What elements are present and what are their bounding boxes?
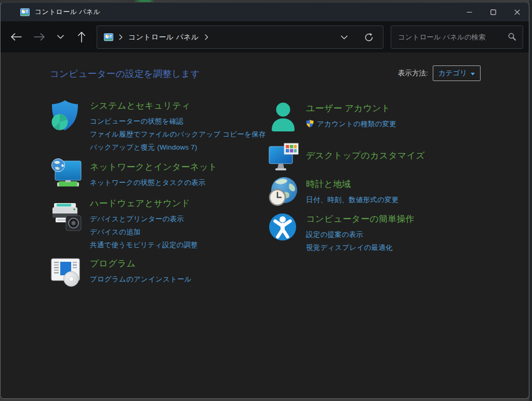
uac-shield-icon xyxy=(306,119,314,128)
category-appearance: デスクトップのカスタマイズ xyxy=(268,143,425,174)
shield-icon[interactable] xyxy=(50,99,90,154)
view-by-value: カテゴリ xyxy=(438,69,467,78)
task-link[interactable]: コンピューターの状態を確認 xyxy=(90,115,266,128)
refresh-icon xyxy=(364,33,374,42)
task-link[interactable]: デバイスの追加 xyxy=(90,225,198,238)
forward-button[interactable] xyxy=(30,28,49,46)
task-link[interactable]: バックアップと復元 (Windows 7) xyxy=(90,141,266,154)
view-by-dropdown[interactable]: カテゴリ xyxy=(433,65,481,81)
view-by-label: 表示方法: xyxy=(398,69,428,78)
close-button[interactable] xyxy=(505,3,529,21)
monitor-tiles-icon[interactable] xyxy=(268,143,306,174)
caret-down-icon xyxy=(471,73,475,75)
category-network-internet: ネットワークとインターネット ネットワークの状態とタスクの表示 xyxy=(50,158,218,191)
category-title[interactable]: 時計と地域 xyxy=(306,179,351,190)
address-bar[interactable]: コントロール パネル xyxy=(97,25,383,49)
minimize-icon xyxy=(467,9,472,15)
up-button[interactable] xyxy=(72,28,91,46)
control-panel-window: コントロール パネル xyxy=(0,2,529,399)
category-title[interactable]: プログラム xyxy=(90,258,136,270)
category-title[interactable]: デスクトップのカスタマイズ xyxy=(306,150,425,162)
network-icon[interactable] xyxy=(50,158,90,191)
minimize-button[interactable] xyxy=(457,3,481,21)
recent-pages-button[interactable] xyxy=(51,28,70,46)
category-clock-region: 時計と地域 日付、時刻、数値形式の変更 xyxy=(268,176,398,209)
category-title[interactable]: ハードウェアとサウンド xyxy=(90,198,190,209)
user-icon[interactable] xyxy=(268,102,306,135)
refresh-button[interactable] xyxy=(360,26,378,48)
chevron-down-icon xyxy=(57,35,64,39)
breadcrumb-location[interactable]: コントロール パネル xyxy=(128,33,199,42)
address-dropdown-button[interactable] xyxy=(335,26,353,48)
task-link-uac[interactable]: アカウントの種類の変更 xyxy=(306,117,396,130)
maximize-icon xyxy=(490,9,496,15)
category-title[interactable]: ユーザー アカウント xyxy=(306,103,391,114)
category-title[interactable]: コンピューターの簡単操作 xyxy=(306,213,415,225)
view-by-control: 表示方法: カテゴリ xyxy=(398,65,481,82)
close-icon xyxy=(514,9,520,15)
category-title[interactable]: システムとセキュリティ xyxy=(90,100,191,112)
globe-clock-icon[interactable] xyxy=(268,176,306,209)
category-user-accounts: ユーザー アカウント アカウントの種類の変更 xyxy=(268,102,396,135)
breadcrumb-chevron-icon xyxy=(119,34,123,40)
search-box[interactable] xyxy=(391,25,523,49)
up-arrow-icon xyxy=(77,31,86,43)
back-arrow-icon xyxy=(10,33,22,41)
search-icon[interactable] xyxy=(508,32,516,41)
task-link[interactable]: 設定の提案の表示 xyxy=(306,228,415,241)
breadcrumb-chevron-icon[interactable] xyxy=(205,34,208,40)
control-panel-icon xyxy=(104,33,113,41)
category-ease-of-access: コンピューターの簡単操作 設定の提案の表示 視覚ディスプレイの最適化 xyxy=(268,212,415,254)
search-input[interactable] xyxy=(398,33,503,41)
task-link[interactable]: ファイル履歴でファイルのバックアップ コピーを保存 xyxy=(90,128,266,141)
task-link[interactable]: デバイスとプリンターの表示 xyxy=(90,212,198,225)
task-link[interactable]: ネットワークの状態とタスクの表示 xyxy=(90,176,218,189)
maximize-button[interactable] xyxy=(481,3,505,21)
accessibility-icon[interactable] xyxy=(268,212,306,254)
program-disc-icon[interactable] xyxy=(50,257,90,289)
control-panel-icon xyxy=(20,8,30,16)
task-link[interactable]: 日付、時刻、数値形式の変更 xyxy=(306,193,398,206)
content-area: コンピューターの設定を調整します 表示方法: カテゴリ システムと xyxy=(1,52,529,398)
task-link[interactable]: 視覚ディスプレイの最適化 xyxy=(306,241,415,254)
navigation-bar: コントロール パネル xyxy=(1,21,529,52)
category-title[interactable]: ネットワークとインターネット xyxy=(90,162,218,173)
back-button[interactable] xyxy=(7,28,25,46)
background-desktop-strip-right xyxy=(529,0,532,401)
page-title: コンピューターの設定を調整します xyxy=(50,68,200,80)
forward-arrow-icon xyxy=(34,33,45,41)
titlebar[interactable]: コントロール パネル xyxy=(1,3,529,21)
task-link[interactable]: プログラムのアンインストール xyxy=(90,273,192,286)
category-system-security: システムとセキュリティ コンピューターの状態を確認 ファイル履歴でファイルのバッ… xyxy=(50,99,266,154)
window-title: コントロール パネル xyxy=(35,7,100,17)
category-hardware-sound: ハードウェアとサウンド デバイスとプリンターの表示 デバイスの追加 共通で使うモ… xyxy=(50,197,198,251)
task-link[interactable]: 共通で使うモビリティ設定の調整 xyxy=(90,238,198,251)
category-programs: プログラム プログラムのアンインストール xyxy=(50,257,192,289)
chevron-down-icon xyxy=(341,35,348,39)
printer-speaker-icon[interactable] xyxy=(50,197,90,251)
